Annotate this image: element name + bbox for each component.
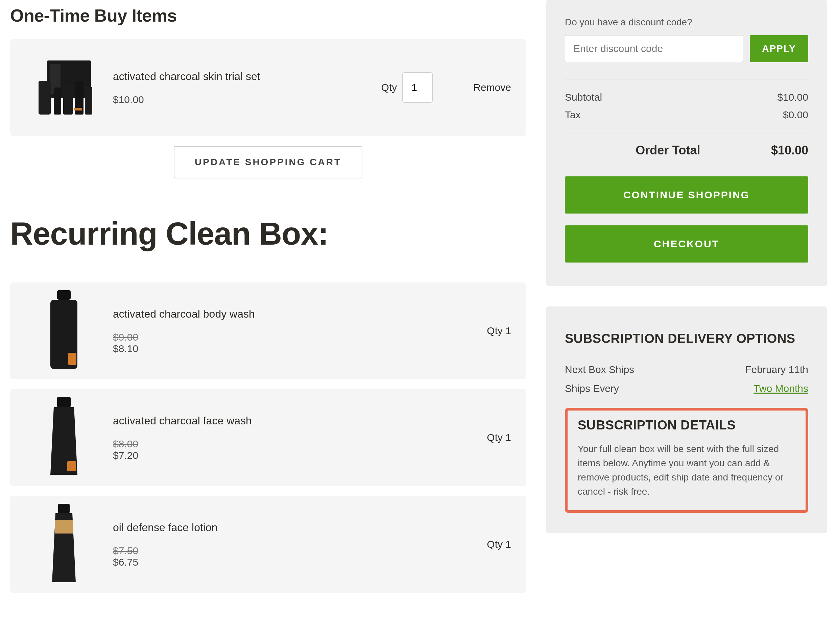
onetime-heading: One-Time Buy Items [10, 5, 526, 26]
recurring-item-name: activated charcoal face wash [113, 414, 487, 428]
recurring-item-orig-price: $8.00 [113, 438, 487, 450]
svg-rect-13 [58, 504, 70, 513]
continue-shopping-button[interactable]: CONTINUE SHOPPING [565, 176, 808, 213]
divider [565, 79, 808, 79]
subscription-box: SUBSCRIPTION DELIVERY OPTIONS Next Box S… [546, 306, 827, 533]
tax-value: $0.00 [783, 109, 808, 121]
next-ship-value: February 11th [745, 364, 808, 375]
subscription-delivery-title: SUBSCRIPTION DELIVERY OPTIONS [565, 331, 808, 347]
subscription-details-title: SUBSCRIPTION DETAILS [578, 418, 796, 433]
qty-label: Qty [381, 82, 397, 93]
svg-rect-7 [74, 108, 82, 110]
order-total-label: Order Total [635, 143, 700, 157]
subtotal-label: Subtotal [565, 92, 602, 103]
subscription-details-text: Your full clean box will be sent with th… [578, 442, 796, 499]
recurring-item-qty: Qty 1 [487, 325, 511, 336]
product-image-trial-set [25, 52, 103, 123]
recurring-item-disc-price: $7.20 [113, 450, 487, 461]
recurring-item-name: oil defense face lotion [113, 521, 487, 535]
svg-rect-8 [57, 290, 71, 300]
apply-button[interactable]: APPLY [750, 35, 808, 62]
svg-rect-14 [55, 520, 73, 534]
product-image-face-wash [25, 402, 103, 473]
recurring-item-row: activated charcoal face wash $8.00 $7.20… [10, 389, 526, 486]
discount-code-input[interactable] [565, 35, 743, 62]
ships-every-label: Ships Every [565, 383, 619, 394]
recurring-item-orig-price: $7.50 [113, 545, 487, 557]
recurring-item-row: activated charcoal body wash $9.00 $8.10… [10, 282, 526, 379]
svg-rect-2 [39, 81, 51, 115]
divider [565, 131, 808, 131]
product-image-face-lotion [25, 509, 103, 580]
checkout-button[interactable]: CHECKOUT [565, 225, 808, 262]
order-summary-box: Do you have a discount code? APPLY Subto… [546, 0, 827, 286]
recurring-item-qty: Qty 1 [487, 539, 511, 550]
svg-rect-10 [68, 353, 76, 365]
ships-every-link[interactable]: Two Months [753, 383, 808, 394]
discount-question: Do you have a discount code? [565, 17, 808, 28]
subscription-details-highlight: SUBSCRIPTION DETAILS Your full clean box… [565, 408, 808, 513]
recurring-item-row: oil defense face lotion $7.50 $6.75 Qty … [10, 496, 526, 593]
order-total-value: $10.00 [771, 143, 808, 157]
product-image-body-wash [25, 295, 103, 366]
recurring-item-qty: Qty 1 [487, 432, 511, 443]
qty-input[interactable] [402, 72, 433, 103]
onetime-item-price: $10.00 [113, 94, 381, 105]
tax-label: Tax [565, 109, 581, 121]
recurring-item-disc-price: $8.10 [113, 343, 487, 354]
update-cart-button[interactable]: UPDATE SHOPPING CART [174, 146, 363, 179]
onetime-item-name: activated charcoal skin trial set [113, 70, 381, 84]
svg-rect-6 [85, 87, 92, 115]
remove-link[interactable]: Remove [473, 82, 511, 93]
recurring-item-disc-price: $6.75 [113, 557, 487, 568]
subtotal-value: $10.00 [777, 92, 808, 103]
recurring-heading: Recurring Clean Box: [10, 216, 526, 252]
svg-rect-11 [57, 397, 71, 407]
svg-rect-12 [67, 461, 76, 471]
next-ship-label: Next Box Ships [565, 364, 634, 375]
svg-rect-4 [63, 84, 73, 115]
onetime-item-row: activated charcoal skin trial set $10.00… [10, 39, 526, 136]
svg-rect-3 [54, 87, 61, 115]
recurring-item-orig-price: $9.00 [113, 331, 487, 343]
recurring-item-name: activated charcoal body wash [113, 307, 487, 321]
